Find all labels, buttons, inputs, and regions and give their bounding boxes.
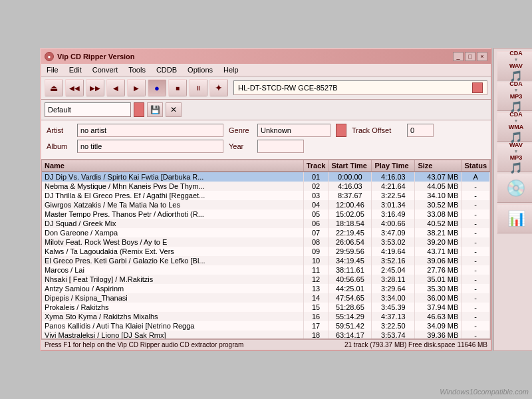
cell-play: 3:22.54: [372, 191, 415, 200]
table-row[interactable]: Nebma & Mystique / Mhn Kaneis Pws De Thy…: [42, 182, 490, 191]
cell-track: 03: [303, 191, 329, 200]
profile-save-button[interactable]: 💾: [147, 102, 163, 117]
drive-label: HL-DT-STCD-RW GCE-8527B: [238, 84, 338, 92]
cell-name: Antzy Samiou / Aspirinm: [42, 284, 303, 293]
cell-status: -: [462, 191, 490, 200]
cell-size: 38.21 MB: [415, 228, 462, 237]
minimize-button[interactable]: _: [453, 52, 464, 61]
cell-status: -: [462, 275, 490, 284]
cell-name: Vivi Mastraleksi / Liono [DJ Sak Rmx]: [42, 331, 303, 339]
menu-help[interactable]: Help: [221, 65, 241, 74]
table-row[interactable]: Don Gareone / Xampa 07 22:19.45 3:47.09 …: [42, 228, 490, 237]
table-row[interactable]: Vivi Mastraleksi / Liono [DJ Sak Rmx] 18…: [42, 331, 490, 339]
cell-size: 34.10 MB: [415, 191, 462, 200]
prev-button[interactable]: ◀◀: [65, 79, 84, 96]
cell-name: Xyma Sto Kyma / Rakitzhs Mixalhs: [42, 312, 303, 321]
cell-status: -: [462, 303, 490, 312]
back-button[interactable]: ◀: [106, 79, 125, 96]
cell-size: 36.00 MB: [415, 293, 462, 303]
header-name[interactable]: Name: [42, 160, 303, 172]
year-label: Year: [229, 142, 252, 150]
window-title: Vip CD Ripper Version: [57, 53, 135, 61]
cell-status: -: [462, 256, 490, 265]
track-offset-field[interactable]: 0: [407, 124, 434, 137]
window-controls: _ □ ×: [453, 52, 487, 61]
cell-track: 17: [303, 321, 329, 331]
cell-track: 11: [303, 265, 329, 275]
menu-cddb[interactable]: CDDB: [154, 65, 179, 74]
cell-name: Panos Kallidis / Auti Tha Klaiei [Netrin…: [42, 321, 303, 331]
table-row[interactable]: Panos Kallidis / Auti Tha Klaiei [Netrin…: [42, 321, 490, 331]
cell-start: 38:11.61: [329, 265, 372, 275]
cell-start: 47:54.65: [329, 293, 372, 303]
cell-start: 59:51.42: [329, 321, 372, 331]
restore-button[interactable]: □: [465, 52, 475, 61]
cell-track: 14: [303, 293, 329, 303]
genre-value: Unknown: [261, 126, 291, 134]
header-start[interactable]: Start Time: [329, 160, 372, 172]
cd-copy-button[interactable]: 💿: [497, 174, 532, 203]
year-field[interactable]: [257, 140, 304, 153]
cell-name: Master Tempo Pres. Thanos Petr / Adiorth…: [42, 209, 303, 219]
cell-track: 12: [303, 275, 329, 284]
cd-grid-button[interactable]: 📊: [497, 204, 532, 233]
artist-field[interactable]: no artist: [77, 124, 223, 137]
menu-tools[interactable]: Tools: [126, 65, 148, 74]
table-row[interactable]: Master Tempo Pres. Thanos Petr / Adiorth…: [42, 209, 490, 219]
settings-button[interactable]: ✦: [209, 79, 228, 96]
table-row[interactable]: Xyma Sto Kyma / Rakitzhs Mixalhs 16 55:1…: [42, 312, 490, 321]
profile-input[interactable]: [45, 102, 131, 117]
menu-bar: File Edit Convert Tools CDDB Options Hel…: [41, 64, 491, 76]
cda-wav-button[interactable]: CDA ▼ WAV 🎵: [497, 51, 532, 80]
eject-button[interactable]: ⏏: [45, 79, 63, 96]
table-row[interactable]: Prokaleis / Rakitzhs 15 51:28.65 3:45.39…: [42, 303, 490, 312]
track-tbody: DJ Dip Vs. Vardis / Spirto Kai Fwtia [Da…: [42, 172, 490, 339]
menu-options[interactable]: Options: [186, 65, 215, 74]
wav-mp3-button[interactable]: WAV ▼ MP3 🎵: [497, 143, 532, 172]
cell-name: El Greco Pres. Keti Garbi / Galazio Ke L…: [42, 256, 303, 265]
menu-edit[interactable]: Edit: [67, 65, 84, 74]
cell-size: 37.94 MB: [415, 303, 462, 312]
menu-convert[interactable]: Convert: [90, 65, 120, 74]
genre-field[interactable]: Unknown: [257, 124, 331, 137]
right-panel: CDA ▼ WAV 🎵 CDA ▼ MP3 🎵 CDA ▼ WMA 🎵: [493, 48, 532, 351]
table-row[interactable]: Dipepis / Ksipna_Thanasi 14 47:54.65 3:3…: [42, 293, 490, 303]
pause-button[interactable]: ⏸: [189, 79, 207, 96]
track-offset-label: Track Offset: [352, 126, 402, 134]
cda-mp3-button[interactable]: CDA ▼ MP3 🎵: [497, 82, 532, 111]
stop-button[interactable]: ■: [168, 79, 187, 96]
forward-button[interactable]: ▶: [127, 79, 146, 96]
table-row[interactable]: DJ Dip Vs. Vardis / Spirto Kai Fwtia [Da…: [42, 172, 490, 182]
table-row[interactable]: Kalws / Ta Lagoudakia (Remix Ext. Vers 0…: [42, 247, 490, 256]
table-row[interactable]: Nhsaki [ Feat Trilogy] / M.Rakitzis 12 4…: [42, 275, 490, 284]
cda-wma-button[interactable]: CDA ▼ WMA 🎵: [497, 112, 532, 142]
close-button[interactable]: ×: [477, 52, 487, 61]
table-row[interactable]: Giwrgos Xatzakis / Me Ta Matia Na to Les…: [42, 200, 490, 209]
header-size[interactable]: Size: [415, 160, 462, 172]
table-row[interactable]: DJ Squad / Greek Mix 06 18:18.54 4:00.66…: [42, 219, 490, 228]
table-row[interactable]: El Greco Pres. Keti Garbi / Galazio Ke L…: [42, 256, 490, 265]
cell-name: DJ Squad / Greek Mix: [42, 219, 303, 228]
cell-status: -: [462, 331, 490, 339]
header-track[interactable]: Track: [303, 160, 329, 172]
table-row[interactable]: DJ Thrilla & El Greco Pres. Ef / Agathi …: [42, 191, 490, 200]
cell-track: 10: [303, 256, 329, 265]
profile-cancel-button[interactable]: ✕: [166, 102, 182, 117]
play-button[interactable]: ●: [148, 79, 166, 96]
menu-file[interactable]: File: [45, 65, 61, 74]
cell-status: -: [462, 209, 490, 219]
genre-dropdown-icon[interactable]: [336, 124, 346, 137]
album-field[interactable]: no title: [77, 140, 223, 153]
header-play[interactable]: Play Time: [372, 160, 415, 172]
next-button[interactable]: ▶▶: [86, 79, 104, 96]
cell-name: Don Gareone / Xampa: [42, 228, 303, 237]
header-status[interactable]: Status: [462, 160, 490, 172]
cell-play: 3:53.74: [372, 331, 415, 339]
toolbar: ⏏ ◀◀ ▶▶ ◀ ▶ ● ■ ⏸ ✦ HL-DT-STCD-RW GCE-85…: [41, 76, 491, 100]
table-row[interactable]: Antzy Samiou / Aspirinm 13 44:25.01 3:29…: [42, 284, 490, 293]
table-row[interactable]: Marcos / Lai 11 38:11.61 2:45.04 27.76 M…: [42, 265, 490, 275]
track-table-container[interactable]: Name Track Start Time Play Time Size Sta…: [41, 160, 491, 339]
table-row[interactable]: Milotv Feat. Rock West Boys / Ay to E 08…: [42, 237, 490, 247]
cell-start: 63:14.17: [329, 331, 372, 339]
status-bar: Press F1 for help on the Vip CD Ripper a…: [41, 339, 491, 350]
